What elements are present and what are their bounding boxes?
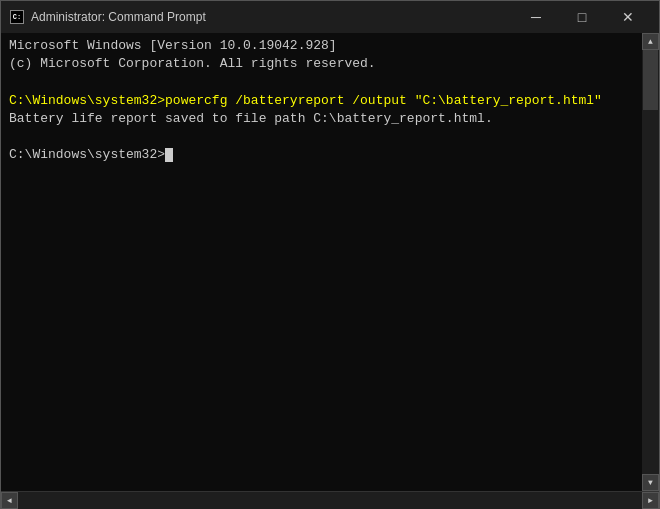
horizontal-scroll-track[interactable] xyxy=(18,492,642,509)
console-line-6 xyxy=(9,128,634,146)
title-bar-controls: ─ □ ✕ xyxy=(513,1,651,33)
window-icon: C: xyxy=(9,9,25,25)
scroll-left-button[interactable]: ◄ xyxy=(1,492,18,509)
scroll-up-button[interactable]: ▲ xyxy=(642,33,659,50)
console-line-4: C:\Windows\system32>powercfg /batteryrep… xyxy=(9,92,634,110)
window-title: Administrator: Command Prompt xyxy=(31,10,206,24)
close-button[interactable]: ✕ xyxy=(605,1,651,33)
console-line-2: (c) Microsoft Corporation. All rights re… xyxy=(9,55,634,73)
horizontal-scrollbar[interactable]: ◄ ► xyxy=(1,491,659,508)
cmd-icon: C: xyxy=(10,10,24,24)
title-bar-left: C: Administrator: Command Prompt xyxy=(9,9,206,25)
maximize-button[interactable]: □ xyxy=(559,1,605,33)
title-bar: C: Administrator: Command Prompt ─ □ ✕ xyxy=(1,1,659,33)
scroll-down-button[interactable]: ▼ xyxy=(642,474,659,491)
console-line-7: C:\Windows\system32> xyxy=(9,146,634,164)
console-line-3 xyxy=(9,73,634,91)
scroll-right-button[interactable]: ► xyxy=(642,492,659,509)
scroll-thumb[interactable] xyxy=(643,50,658,110)
command-prompt-window: C: Administrator: Command Prompt ─ □ ✕ M… xyxy=(0,0,660,509)
scroll-track[interactable] xyxy=(642,50,659,474)
vertical-scrollbar[interactable]: ▲ ▼ xyxy=(642,33,659,491)
console-line-5: Battery life report saved to file path C… xyxy=(9,110,634,128)
minimize-button[interactable]: ─ xyxy=(513,1,559,33)
console-area[interactable]: Microsoft Windows [Version 10.0.19042.92… xyxy=(1,33,659,491)
console-line-1: Microsoft Windows [Version 10.0.19042.92… xyxy=(9,37,634,55)
